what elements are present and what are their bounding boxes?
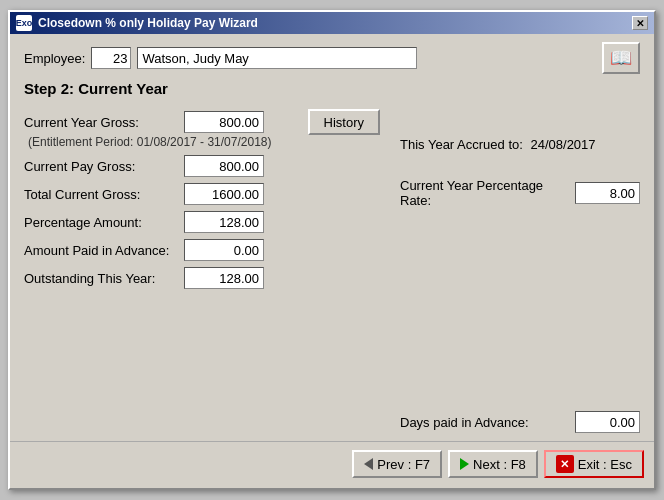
app-icon: Exo (16, 15, 32, 31)
percentage-rate-row: Current Year Percentage Rate: (400, 178, 640, 208)
accrued-row: This Year Accrued to: 24/08/2017 (400, 137, 640, 152)
form-left: Current Year Gross: History (Entitlement… (24, 109, 380, 433)
prev-label: Prev : F7 (377, 457, 430, 472)
days-advance-label: Days paid in Advance: (400, 415, 569, 430)
outstanding-this-year-input[interactable] (184, 267, 264, 289)
employee-row: Employee: 📖 (24, 42, 640, 74)
prev-button[interactable]: Prev : F7 (352, 450, 442, 478)
percentage-rate-label: Current Year Percentage Rate: (400, 178, 569, 208)
close-button[interactable]: ✕ (632, 16, 648, 30)
next-button[interactable]: Next : F8 (448, 450, 538, 478)
employee-name-input[interactable] (137, 47, 417, 69)
current-year-gross-label: Current Year Gross: (24, 115, 184, 130)
window-title: Closedown % only Holiday Pay Wizard (38, 16, 258, 30)
current-year-gross-row: Current Year Gross: (24, 111, 290, 133)
current-pay-gross-label: Current Pay Gross: (24, 159, 184, 174)
help-button[interactable]: 📖 (602, 42, 640, 74)
percentage-amount-row: Percentage Amount: (24, 211, 380, 233)
days-advance-row: Days paid in Advance: (400, 411, 640, 433)
footer: Prev : F7 Next : F8 ✕ Exit : Esc (10, 441, 654, 488)
next-arrow-icon (460, 458, 469, 470)
percentage-amount-input[interactable] (184, 211, 264, 233)
current-pay-gross-input[interactable] (184, 155, 264, 177)
history-button[interactable]: History (308, 109, 380, 135)
entitlement-period: (Entitlement Period: 01/08/2017 - 31/07/… (28, 135, 380, 149)
amount-paid-advance-label: Amount Paid in Advance: (24, 243, 184, 258)
form-right: This Year Accrued to: 24/08/2017 Current… (400, 109, 640, 433)
current-pay-gross-row: Current Pay Gross: (24, 155, 380, 177)
exit-icon: ✕ (556, 455, 574, 473)
total-current-gross-input[interactable] (184, 183, 264, 205)
title-bar-left: Exo Closedown % only Holiday Pay Wizard (16, 15, 258, 31)
prev-arrow-icon (364, 458, 373, 470)
percentage-rate-input[interactable] (575, 182, 640, 204)
form-section: Current Year Gross: History (Entitlement… (24, 109, 640, 433)
next-label: Next : F8 (473, 457, 526, 472)
amount-paid-advance-input[interactable] (184, 239, 264, 261)
total-current-gross-label: Total Current Gross: (24, 187, 184, 202)
exit-button[interactable]: ✕ Exit : Esc (544, 450, 644, 478)
percentage-amount-label: Percentage Amount: (24, 215, 184, 230)
help-icon: 📖 (610, 47, 632, 69)
step-title: Step 2: Current Year (24, 80, 640, 97)
total-current-gross-row: Total Current Gross: (24, 183, 380, 205)
current-year-gross-input[interactable] (184, 111, 264, 133)
exit-label: Exit : Esc (578, 457, 632, 472)
employee-id-input[interactable] (91, 47, 131, 69)
days-advance-input[interactable] (575, 411, 640, 433)
title-bar: Exo Closedown % only Holiday Pay Wizard … (10, 12, 654, 34)
outstanding-this-year-label: Outstanding This Year: (24, 271, 184, 286)
outstanding-this-year-row: Outstanding This Year: (24, 267, 380, 289)
accrued-label: This Year Accrued to: 24/08/2017 (400, 137, 596, 152)
accrued-date-value: 24/08/2017 (530, 137, 595, 152)
employee-label: Employee: (24, 51, 85, 66)
amount-paid-advance-row: Amount Paid in Advance: (24, 239, 380, 261)
main-window: Exo Closedown % only Holiday Pay Wizard … (8, 10, 656, 490)
content-area: Employee: 📖 Step 2: Current Year Current… (10, 34, 654, 441)
